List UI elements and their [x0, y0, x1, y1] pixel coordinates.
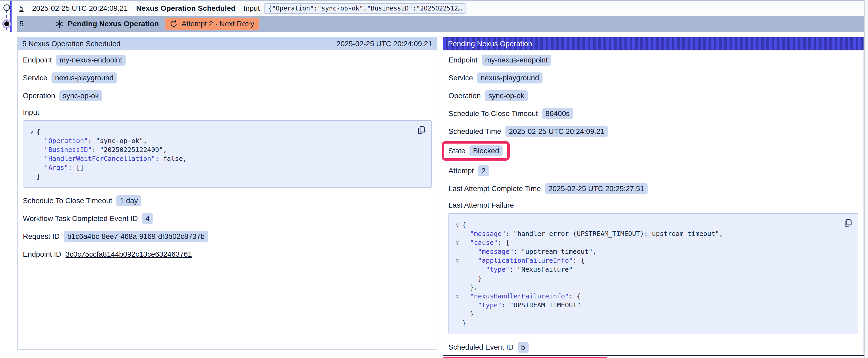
field-value-badge: my-nexus-endpoint [482, 55, 551, 66]
field-row-service: Servicenexus-playground [448, 72, 858, 84]
vertical-scrollbar[interactable] [864, 0, 868, 358]
json-line: "type": "UPSTREAM_TIMEOUT" [453, 301, 851, 310]
field-label: Endpoint [448, 56, 477, 64]
field-row-schedule-to-close-timeout: Schedule To Close Timeout86400s [448, 108, 858, 119]
field-label: Operation [23, 92, 55, 100]
field-row-endpoint-id: Endpoint ID3c0c75ccfa8144b092c13ce632463… [23, 249, 432, 260]
json-line-text: "applicationFailureInfo": { [462, 256, 585, 265]
json-line: ∨{ [453, 221, 851, 229]
field-value-badge: nexus-playground [477, 72, 542, 84]
event-row-scheduled[interactable]: 5 2025-02-25 UTC 20:24:09.21 Nexus Opera… [17, 1, 865, 16]
chevron-spacer [27, 172, 36, 181]
field-value-badge: 2 [478, 165, 489, 176]
field-label: Service [23, 74, 47, 82]
field-row-scheduled-event-id: Scheduled Event ID5 [448, 342, 858, 353]
field-label: Schedule To Close Timeout [23, 197, 112, 205]
timeline-graphic [0, 1, 17, 32]
json-line-text: "BusinessID": "20250225122409", [36, 145, 167, 154]
field-row-endpoint: Endpointmy-nexus-endpoint [448, 55, 858, 66]
json-line: "Operation": "sync-op-ok", [27, 136, 425, 145]
annotation-highlight: Blocked ReasonThe circuit breaker is ope… [442, 357, 609, 358]
field-row-operation: Operationsync-op-ok [448, 90, 858, 101]
field-label: State [448, 147, 465, 155]
field-label: Last Attempt Complete Time [448, 185, 541, 193]
retry-icon [169, 20, 178, 28]
event-id-link[interactable]: 5 [20, 4, 28, 12]
annotation-highlight: StateBlocked [442, 141, 510, 161]
json-line: "type": "NexusFailure" [453, 265, 851, 274]
chevron-spacer [27, 145, 36, 154]
chevron-spacer [453, 229, 462, 238]
json-line-text: "Args": [] [36, 163, 84, 172]
json-line: } [453, 274, 851, 283]
pending-asterisk-icon [55, 19, 64, 29]
field-label: Request ID [23, 232, 60, 241]
json-line-text: "message": "handler error (UPSTREAM_TIME… [462, 229, 723, 238]
pending-title: Pending Nexus Operation [68, 20, 159, 28]
json-line-text: "Operation": "sync-op-ok", [36, 136, 147, 145]
json-line-text: } [462, 319, 466, 328]
field-value-badge: b1c6a4bc-8ee7-468a-9169-df3b02c8737b [64, 231, 208, 242]
timeline-gutter [0, 1, 17, 32]
field-value-badge: 4 [142, 213, 153, 224]
retry-attempt-badge: Attempt 2 · Next Retry [165, 18, 259, 30]
copy-icon[interactable] [843, 218, 853, 228]
event-id-link[interactable]: 5 [20, 20, 28, 28]
event-title: Nexus Operation Scheduled [136, 4, 236, 12]
field-label: Service [448, 74, 473, 82]
input-label: Input [244, 4, 260, 12]
field-value-link[interactable]: 3c0c75ccfa8144b092c13ce632463761 [65, 249, 192, 260]
input-json-viewer: ∨{"Operation": "sync-op-ok","BusinessID"… [23, 120, 432, 188]
field-value-badge: nexus-playground [52, 72, 117, 84]
json-line: } [27, 172, 425, 181]
pending-panel-header: Pending Nexus Operation [443, 37, 864, 51]
field-row-request-id: Request IDb1c6a4bc-8ee7-468a-9169-df3b02… [23, 231, 432, 242]
copy-icon[interactable] [416, 125, 426, 135]
failure-json-viewer: ∨{"message": "handler error (UPSTREAM_TI… [448, 213, 858, 334]
chevron-spacer [27, 136, 36, 145]
json-line-text: "nexusHandlerFailureInfo": { [462, 292, 581, 301]
json-line: "message": "upstream timeout", [453, 247, 851, 256]
timeline-open-circle-icon [4, 5, 10, 10]
field-label: Schedule To Close Timeout [448, 109, 538, 118]
json-line: "message": "handler error (UPSTREAM_TIME… [453, 229, 851, 238]
field-label: Attempt [448, 167, 474, 175]
event-row-pending[interactable]: 5 Pending Nexus Operation Attempt 2 · Ne… [17, 16, 865, 32]
chevron-spacer [453, 283, 462, 292]
retry-badge-label: Attempt 2 · Next Retry [182, 20, 254, 28]
json-line-text: "type": "UPSTREAM_TIMEOUT" [462, 301, 581, 310]
chevron-spacer [27, 154, 36, 163]
collapse-chevron-icon[interactable]: ∨ [453, 256, 462, 265]
event-detail-panels: 5 Nexus Operation Scheduled 2025-02-25 U… [17, 37, 864, 356]
json-line-text: } [462, 310, 474, 319]
input-section-label: Input [23, 108, 432, 117]
field-row-service: Servicenexus-playground [23, 72, 432, 84]
json-line: ∨"nexusHandlerFailureInfo": { [453, 292, 851, 301]
collapse-chevron-icon[interactable]: ∨ [453, 221, 462, 229]
field-label: Endpoint ID [23, 250, 61, 259]
field-row-attempt: Attempt2 [448, 165, 858, 176]
field-row-endpoint: Endpointmy-nexus-endpoint [23, 55, 432, 66]
pending-operation-panel: Pending Nexus Operation Endpointmy-nexus… [443, 37, 864, 356]
timeline-bar [10, 1, 11, 32]
field-value-badge: 86400s [542, 108, 573, 119]
scheduled-panel-timestamp: 2025-02-25 UTC 20:24:09.21 [337, 40, 432, 48]
pending-panel-title: Pending Nexus Operation [448, 40, 532, 48]
json-line: } [453, 310, 851, 319]
input-preview-chip[interactable]: {"Operation":"sync-op-ok","BusinessID":"… [264, 3, 466, 14]
chevron-spacer [453, 247, 462, 256]
json-line-text: "type": "NexusFailure" [462, 265, 573, 274]
json-line: ∨{ [27, 128, 425, 136]
collapse-chevron-icon[interactable]: ∨ [453, 292, 462, 301]
json-line-text: } [462, 274, 482, 283]
field-value-badge: sync-op-ok [485, 90, 528, 101]
json-line: }, [453, 283, 851, 292]
field-row-workflow-task-completed-event-id: Workflow Task Completed Event ID4 [23, 213, 432, 224]
field-value-badge: 2025-02-25 UTC 20:25:27.51 [545, 183, 648, 194]
field-label: Workflow Task Completed Event ID [23, 215, 138, 223]
json-line-text: } [36, 172, 40, 181]
collapse-chevron-icon[interactable]: ∨ [453, 238, 462, 247]
failure-section-label: Last Attempt Failure [448, 201, 858, 209]
chevron-spacer [453, 319, 462, 328]
collapse-chevron-icon[interactable]: ∨ [27, 128, 36, 136]
